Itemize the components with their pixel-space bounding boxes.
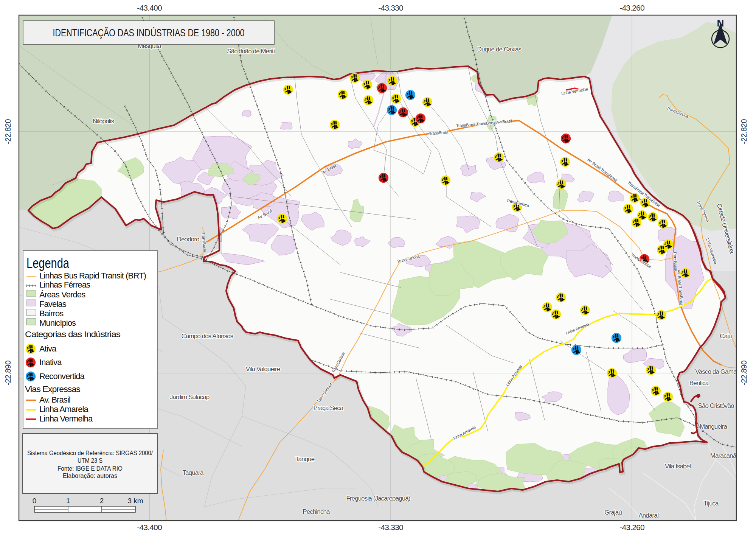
- svg-text:-22.820: -22.820: [3, 119, 12, 144]
- svg-text:Áreas Verdes: Áreas Verdes: [39, 290, 85, 299]
- svg-text:Elaboração: autoras: Elaboração: autoras: [63, 472, 117, 479]
- svg-text:1: 1: [66, 497, 70, 505]
- svg-text:Vila Valqueire: Vila Valqueire: [246, 365, 280, 373]
- svg-text:Sistema Geodésico de Referênci: Sistema Geodésico de Referência: SIRGAS …: [27, 449, 153, 457]
- svg-text:Linha Vermelha: Linha Vermelha: [39, 414, 93, 423]
- svg-text:Ativa: Ativa: [39, 344, 57, 353]
- svg-text:-43.330: -43.330: [378, 3, 403, 12]
- svg-text:UTM 23 S: UTM 23 S: [78, 457, 102, 464]
- svg-text:Tijuca: Tijuca: [703, 500, 719, 507]
- svg-text:-22.820: -22.820: [739, 119, 748, 144]
- svg-text:Benfica: Benfica: [689, 379, 709, 387]
- svg-text:Taquara: Taquara: [182, 469, 204, 476]
- svg-text:Andaraí: Andaraí: [638, 512, 659, 519]
- svg-text:-22.890: -22.890: [3, 361, 12, 386]
- svg-text:-43.330: -43.330: [378, 523, 403, 532]
- svg-text:Maracanã: Maracanã: [710, 452, 737, 459]
- svg-text:Jardim Sulacap: Jardim Sulacap: [170, 393, 210, 401]
- svg-text:Deodoro: Deodoro: [177, 236, 199, 243]
- svg-text:Av. Brasil: Av. Brasil: [39, 395, 70, 404]
- svg-text:Caju: Caju: [720, 333, 732, 340]
- svg-text:Duque de Caxias: Duque de Caxias: [477, 46, 522, 53]
- svg-text:-43.260: -43.260: [619, 523, 644, 532]
- svg-text:3 km: 3 km: [127, 497, 143, 505]
- svg-text:Reconvertida: Reconvertida: [39, 372, 85, 381]
- svg-text:IDENTIFICAÇÃO DAS INDÚSTRIAS D: IDENTIFICAÇÃO DAS INDÚSTRIAS DE 1980 - 2…: [53, 27, 245, 39]
- svg-text:Vila Isabel: Vila Isabel: [665, 463, 691, 470]
- svg-text:São João de Meriti: São João de Meriti: [227, 48, 275, 55]
- svg-text:Bairros: Bairros: [39, 309, 64, 318]
- svg-text:Favelas: Favelas: [39, 299, 67, 309]
- svg-text:-43.400: -43.400: [137, 3, 162, 12]
- svg-text:São Cristóvão: São Cristóvão: [698, 402, 734, 409]
- svg-text:Praça Seca: Praça Seca: [314, 404, 344, 412]
- svg-text:-22.890: -22.890: [739, 361, 748, 386]
- svg-text:Tanque: Tanque: [295, 456, 315, 463]
- svg-text:Fonte: IBGE E DATA RIO: Fonte: IBGE E DATA RIO: [57, 465, 123, 472]
- svg-text:0: 0: [33, 497, 37, 505]
- svg-text:Linhas Férreas: Linhas Férreas: [39, 280, 90, 289]
- svg-text:Nilópolis: Nilópolis: [93, 118, 114, 125]
- svg-text:-43.400: -43.400: [137, 523, 162, 532]
- svg-text:Inativa: Inativa: [39, 358, 62, 367]
- svg-text:Freguesia (Jacarepaguá): Freguesia (Jacarepaguá): [346, 495, 410, 502]
- svg-text:Linha Amarela: Linha Amarela: [39, 404, 89, 414]
- svg-text:Campo dos Afonsos: Campo dos Afonsos: [182, 333, 233, 340]
- svg-text:Categorias das Indústrias: Categorias das Indústrias: [25, 330, 121, 339]
- svg-text:Legenda: Legenda: [26, 255, 70, 271]
- svg-text:Municípios: Municípios: [39, 318, 76, 328]
- svg-text:Vasco da Gama: Vasco da Gama: [695, 368, 737, 375]
- svg-text:2: 2: [100, 497, 104, 505]
- svg-text:Pechincha: Pechincha: [303, 508, 330, 515]
- svg-text:-43.260: -43.260: [619, 3, 644, 12]
- svg-text:Grajaú: Grajaú: [604, 509, 622, 516]
- svg-text:Mangueira: Mangueira: [700, 423, 728, 430]
- svg-text:Linhas Bus Rapid Transit (BRT): Linhas Bus Rapid Transit (BRT): [39, 271, 146, 280]
- svg-text:Vias Expressas: Vias Expressas: [25, 384, 81, 394]
